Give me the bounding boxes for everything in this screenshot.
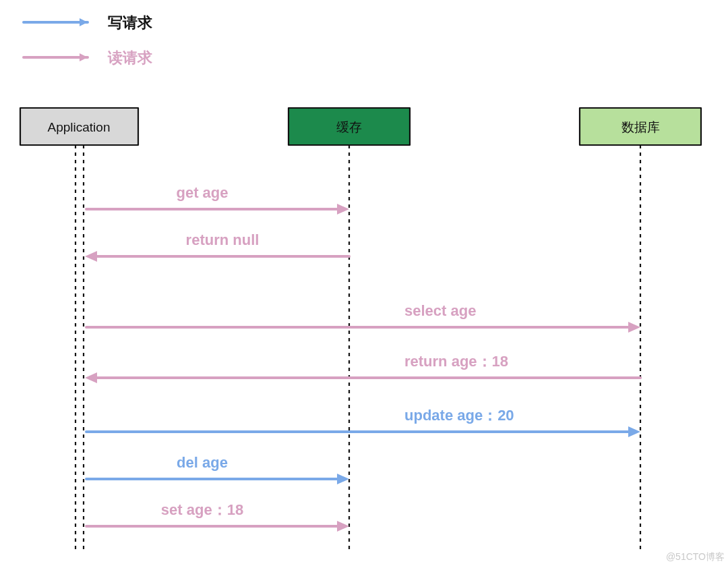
msg-select-age: select age (86, 302, 640, 333)
svg-marker-8 (337, 204, 349, 215)
msg-get-age-label: get age (176, 184, 228, 201)
actor-cache: 缓存 (289, 108, 410, 145)
msg-return-null: return null (85, 231, 349, 262)
msg-get-age: get age (86, 184, 349, 215)
msg-set-age-18-label: set age：18 (161, 501, 243, 518)
actor-application: Application (20, 108, 138, 145)
msg-del-age: del age (86, 454, 349, 484)
legend-write-row: 写请求 (24, 14, 153, 31)
msg-select-age-label: select age (404, 302, 476, 319)
svg-marker-10 (85, 251, 97, 262)
actor-cache-label: 缓存 (336, 120, 362, 134)
svg-marker-3 (80, 53, 88, 61)
svg-marker-20 (337, 521, 349, 532)
legend-read-label: 读请求 (107, 49, 153, 66)
svg-marker-16 (628, 426, 640, 437)
svg-marker-14 (85, 372, 97, 383)
legend-write-label: 写请求 (108, 14, 153, 31)
sequence-diagram: 写请求 读请求 Application 缓存 数据库 get age retur… (0, 0, 728, 564)
msg-return-age-18: return age：18 (85, 353, 640, 383)
msg-update-age-20-label: update age：20 (404, 407, 514, 424)
msg-return-age-18-label: return age：18 (404, 353, 508, 370)
legend-read-row: 读请求 (24, 49, 153, 66)
svg-marker-18 (337, 474, 349, 484)
msg-del-age-label: del age (177, 454, 228, 471)
actor-application-label: Application (48, 120, 111, 134)
svg-marker-12 (628, 322, 640, 333)
actor-db-label: 数据库 (621, 120, 660, 134)
msg-return-null-label: return null (186, 231, 260, 248)
actor-db: 数据库 (580, 108, 701, 145)
watermark: @51CTO博客 (666, 551, 725, 562)
msg-update-age-20: update age：20 (86, 407, 640, 437)
svg-marker-1 (80, 18, 88, 26)
msg-set-age-18: set age：18 (86, 501, 349, 532)
